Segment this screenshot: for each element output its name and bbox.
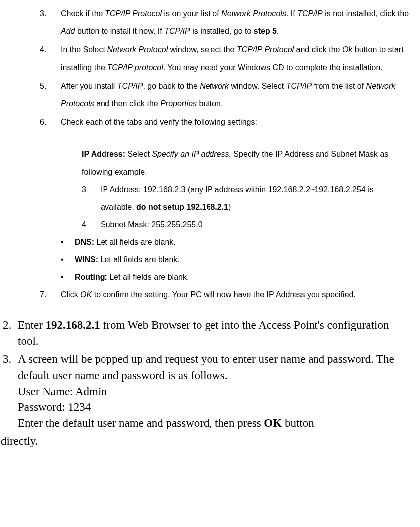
numbered-inner-list: 3. Check if the TCP/IP Protocol is on yo… [0, 5, 420, 303]
bold-text: OK [264, 417, 282, 429]
text: to confirm the setting. Your PC will now… [92, 290, 356, 299]
step-4: 4. In the Select Network Protocol window… [40, 41, 410, 76]
bold-text: do not setup 192.168.2.1 [136, 203, 228, 211]
bold-label: WINS: [75, 255, 98, 264]
bold-text: 192.168.2.1 [46, 319, 100, 331]
bullet-icon: • [61, 233, 75, 251]
text: Enter the default user name and password… [18, 417, 264, 429]
text: ) [228, 203, 231, 211]
italic-text: TCP/IP [297, 9, 323, 18]
text: . [277, 27, 279, 35]
text: and click the [294, 45, 342, 54]
text: is on your list of [162, 9, 221, 18]
text: Subnet Mask: 255.255.255.0 [101, 220, 203, 229]
text: button to install it now. If [75, 27, 164, 35]
text: is installed, go to [190, 27, 254, 35]
sub-item-3: 3IP Address: 192.168.2.3 (any IP address… [40, 181, 410, 216]
italic-text: TCP/IP [286, 82, 312, 90]
bold-label: DNS: [75, 238, 94, 246]
text: window, select the [168, 45, 237, 54]
outer-number: 3. [3, 351, 18, 431]
step-number: 4. [40, 41, 61, 76]
sub-number: 4 [82, 216, 101, 233]
text: and then click the [94, 99, 160, 108]
document-page: 3. Check if the TCP/IP Protocol is on yo… [0, 0, 420, 470]
italic-text: TCP/IP [117, 82, 143, 90]
text: After you install [61, 82, 117, 90]
outer-tail-line: directly. [0, 433, 420, 449]
italic-text: Add [61, 27, 75, 35]
sub-body: Subnet Mask: 255.255.255.0 [101, 216, 407, 233]
settings-block [40, 132, 410, 145]
italic-text: Ok [342, 45, 352, 54]
bullet-wins: •WINS: Let all fields are blank. [40, 251, 410, 268]
text: , go back to the [143, 82, 200, 90]
text: Enter [18, 319, 46, 331]
outer-list: 2. Enter 192.168.2.1 from Web Browser to… [0, 317, 420, 431]
outer-body: Enter 192.168.2.1 from Web Browser to ge… [18, 317, 410, 349]
sub-body: IP Address: 192.168.2.3 (any IP address … [101, 181, 407, 216]
text: Select [125, 150, 152, 158]
step-6: 6. Check each of the tabs and verify the… [40, 113, 410, 131]
step-number: 6. [40, 113, 61, 131]
text: A screen will be popped up and request y… [18, 351, 410, 383]
step-body: Check each of the tabs and verify the fo… [61, 113, 410, 131]
italic-text: Specify an IP address. [152, 150, 231, 158]
italic-text: TCP/IP Protocol [105, 9, 162, 18]
text-line: Enter the default user name and password… [18, 415, 410, 431]
italic-text: Network Protocols [221, 9, 286, 18]
bold-label: IP Address: [82, 150, 125, 158]
text: Click [61, 290, 80, 299]
outer-step-2: 2. Enter 192.168.2.1 from Web Browser to… [0, 317, 410, 349]
text: is not installed, click the [323, 9, 409, 18]
step-number: 7. [40, 286, 61, 303]
outer-number: 2. [3, 317, 18, 349]
italic-text: OK [80, 290, 92, 299]
text: window. Select [229, 82, 286, 90]
bold-label: Routing: [75, 273, 107, 281]
text: from the list of [312, 82, 366, 90]
italic-text: Network [200, 82, 229, 90]
text: . If [286, 9, 297, 18]
outer-body: A screen will be popped up and request y… [18, 351, 410, 431]
italic-text: TCP/IP Protocol [237, 45, 294, 54]
bullet-dns: •DNS: Let all fields are blank. [40, 233, 410, 251]
step-3: 3. Check if the TCP/IP Protocol is on yo… [40, 5, 410, 40]
step-5: 5. After you install TCP/IP, go back to … [40, 77, 410, 112]
step-body: In the Select Network Protocol window, s… [61, 41, 410, 76]
outer-step-3: 3. A screen will be popped up and reques… [0, 351, 410, 431]
text: In the Select [61, 45, 107, 54]
step-number: 3. [40, 5, 61, 40]
text: Password: 1234 [18, 399, 410, 415]
bullet-routing: •Routing: Let all fields are blank. [40, 268, 410, 286]
text: User Name: Admin [18, 384, 410, 399]
bullet-icon: • [61, 251, 75, 268]
ip-address-block: IP Address: Select Specify an IP address… [40, 145, 410, 180]
step-number: 5. [40, 77, 61, 112]
text: button [282, 417, 314, 429]
text: Let all fields are blank. [94, 238, 176, 246]
sub-item-4: 4Subnet Mask: 255.255.255.0 [40, 216, 410, 233]
text: . You may need your Windows CD to comple… [163, 63, 383, 72]
sub-number: 3 [82, 181, 101, 198]
text: Let all fields are blank. [98, 255, 180, 264]
italic-text: TCP/IP [164, 27, 190, 35]
text: Check each of the tabs and verify the fo… [61, 118, 257, 126]
italic-text: TCP/IP protocol [107, 63, 163, 72]
step-body: Check if the TCP/IP Protocol is on your … [61, 5, 410, 40]
step-7: 7. Click OK to confirm the setting. Your… [40, 286, 410, 303]
step-body: Click OK to confirm the setting. Your PC… [61, 286, 410, 303]
bullet-icon: • [61, 268, 75, 286]
step-body: After you install TCP/IP, go back to the… [61, 77, 410, 112]
bold-text: step 5 [254, 27, 277, 35]
text: Check if the [61, 9, 105, 18]
text: button. [197, 99, 223, 108]
italic-text: Network Protocol [107, 45, 168, 54]
italic-text: Properties [160, 99, 197, 108]
text: Let all fields are blank. [107, 273, 189, 281]
